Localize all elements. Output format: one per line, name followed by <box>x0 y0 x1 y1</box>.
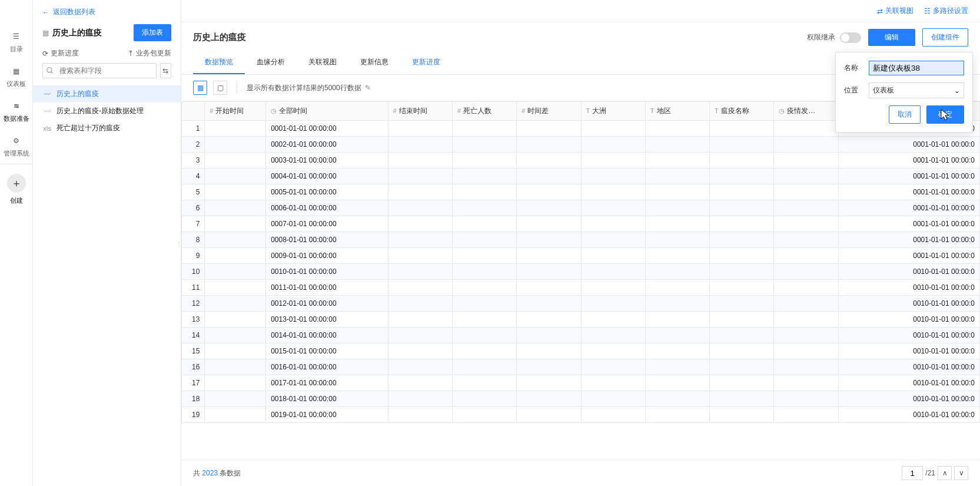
update-progress-link[interactable]: ⟳ 更新进度 <box>42 48 79 58</box>
cell-blank <box>774 296 838 312</box>
cell-blank <box>710 232 774 248</box>
table-row[interactable]: 30003-01-01 00:00:000001-01-01 00:00:0 <box>182 153 980 168</box>
cell-blank <box>581 200 645 216</box>
tab-0[interactable]: 数据预览 <box>193 51 245 74</box>
table-row[interactable]: 20002-01-01 00:00:000001-01-01 00:00:0 <box>182 137 980 153</box>
table-row[interactable]: 110011-01-01 00:00:000010-01-01 00:00:0 <box>182 280 980 296</box>
page-next-button[interactable]: ∨ <box>954 466 968 480</box>
th-col-4[interactable]: #时间差 <box>517 102 581 121</box>
left-rail: ☰目录▦仪表板≋数据准备⚙管理系统 ＋ 创建 <box>0 0 33 486</box>
cell-blank <box>452 280 516 296</box>
cell-blank <box>710 296 774 312</box>
tree-item-2[interactable]: xls死亡超过十万的瘟疫 <box>33 120 181 137</box>
table-row[interactable]: 90009-01-01 00:00:000001-01-01 00:00:0 <box>182 248 980 264</box>
cell-blank <box>774 248 838 264</box>
cell-starttime <box>205 137 266 153</box>
tree-item-label: 历史上的瘟疫 <box>57 89 99 99</box>
th-col-5[interactable]: T大洲 <box>581 102 645 121</box>
th-col-3[interactable]: #死亡人数 <box>452 102 516 121</box>
tree-item-label: 死亡超过十万的瘟疫 <box>57 123 120 133</box>
multi-path-link[interactable]: ☷ 多路径设置 <box>924 6 968 16</box>
back-link[interactable]: ← 返回数据列表 <box>42 7 95 17</box>
edit-button[interactable]: 编辑 <box>868 29 915 46</box>
col-type-icon: # <box>210 107 213 114</box>
cell-blank <box>710 168 774 184</box>
sidebar-resize-handle[interactable]: ⋮ <box>176 240 182 246</box>
cell-alltime: 0006-01-01 00:00:00 <box>266 200 388 216</box>
cell-blank <box>645 184 709 200</box>
package-update-link[interactable]: ⤒ 业务包更新 <box>128 48 171 58</box>
data-table-wrap[interactable]: #开始时间◷全部时间#结束时间#死亡人数#时间差T大洲T地区T瘟疫名称◷疫情发…… <box>181 101 980 459</box>
th-col-7[interactable]: T瘟疫名称 <box>710 102 774 121</box>
table-row[interactable]: 120012-01-01 00:00:000010-01-01 00:00:0 <box>182 296 980 312</box>
page-prev-button[interactable]: ∧ <box>938 466 952 480</box>
search-input[interactable] <box>42 63 157 78</box>
cell-alltime: 0011-01-01 00:00:00 <box>266 280 388 296</box>
tab-1[interactable]: 血缘分析 <box>245 51 297 74</box>
popover-cancel-button[interactable]: 取消 <box>889 105 921 124</box>
cell-alltime: 0014-01-01 00:00:00 <box>266 328 388 343</box>
edit-rowcount-icon[interactable]: ✎ <box>365 84 371 92</box>
cell-blank <box>774 232 838 248</box>
th-label: 死亡人数 <box>463 107 491 115</box>
permission-inherit-toggle[interactable] <box>840 32 861 43</box>
create-widget-button[interactable]: 创建组件 <box>922 28 968 47</box>
rail-item-0[interactable]: ☰目录 <box>0 25 33 59</box>
table-row[interactable]: 70007-01-01 00:00:000001-01-01 00:00:0 <box>182 216 980 232</box>
add-table-button[interactable]: 添加表 <box>134 24 171 41</box>
th-col-1[interactable]: ◷全部时间 <box>266 102 388 121</box>
cell-rownum: 6 <box>182 200 205 216</box>
th-col-2[interactable]: #结束时间 <box>388 102 452 121</box>
cell-blank <box>452 232 516 248</box>
cell-blank <box>388 216 452 232</box>
association-view-link[interactable]: ⇄ 关联视图 <box>877 6 913 16</box>
cell-alltime: 0018-01-01 00:00:00 <box>266 391 388 407</box>
rail-item-2[interactable]: ≋数据准备 <box>0 94 33 129</box>
table-row[interactable]: 140014-01-01 00:00:000010-01-01 00:00:0 <box>182 328 980 343</box>
card-view-icon[interactable]: ▢ <box>213 81 227 95</box>
cell-blank <box>388 248 452 264</box>
col-type-icon: # <box>457 107 461 114</box>
cell-blank <box>388 343 452 359</box>
table-row[interactable]: 40004-01-01 00:00:000001-01-01 00:00:0 <box>182 168 980 184</box>
popover-name-input[interactable] <box>869 61 964 75</box>
table-row[interactable]: 130013-01-01 00:00:000010-01-01 00:00:0 <box>182 312 980 328</box>
tree-item-1[interactable]: 〰历史上的瘟疫-原始数据处理 <box>33 103 181 120</box>
table-row[interactable]: 100010-01-01 00:00:000010-01-01 00:00:0 <box>182 264 980 280</box>
cell-blank <box>710 343 774 359</box>
page-input[interactable] <box>902 466 923 480</box>
cell-blank <box>645 232 709 248</box>
table-view-icon[interactable]: ▦ <box>193 81 207 95</box>
tree-item-0[interactable]: 〰历史上的瘟疫 <box>33 85 181 103</box>
th-col-6[interactable]: T地区 <box>645 102 709 121</box>
table-row[interactable]: 190019-01-01 00:00:000010-01-01 00:00:0 <box>182 407 980 423</box>
cell-occur: 0010-01-01 00:00:0 <box>838 343 979 359</box>
table-row[interactable]: 160016-01-01 00:00:000010-01-01 00:00:0 <box>182 359 980 375</box>
table-row[interactable]: 150015-01-01 00:00:000010-01-01 00:00:0 <box>182 343 980 359</box>
table-body: 10001-01-01 00:00:000001-01-01 00:00:020… <box>182 121 980 423</box>
table-row[interactable]: 50005-01-01 00:00:000001-01-01 00:00:0 <box>182 184 980 200</box>
th-col-0[interactable]: #开始时间 <box>205 102 266 121</box>
cell-rownum: 13 <box>182 312 205 328</box>
col-type-icon: ◷ <box>779 107 785 114</box>
cell-rownum: 18 <box>182 391 205 407</box>
tab-4[interactable]: 更新进度 <box>400 51 452 74</box>
popover-location-select[interactable]: 仪表板 ⌄ <box>869 82 964 98</box>
create-button[interactable]: ＋ <box>7 174 26 193</box>
popover-confirm-button[interactable]: 确定 <box>926 105 964 124</box>
cell-blank <box>581 407 645 423</box>
table-row[interactable]: 80008-01-01 00:00:000001-01-01 00:00:0 <box>182 232 980 248</box>
filter-icon[interactable]: ⇆ <box>160 63 171 78</box>
tab-2[interactable]: 关联视图 <box>297 51 348 74</box>
table-row[interactable]: 60006-01-01 00:00:000001-01-01 00:00:0 <box>182 200 980 216</box>
tab-3[interactable]: 更新信息 <box>348 51 400 74</box>
rail-item-3[interactable]: ⚙管理系统 <box>0 129 33 164</box>
cell-occur: 0010-01-01 00:00:0 <box>838 407 979 423</box>
table-tree: 〰历史上的瘟疫〰历史上的瘟疫-原始数据处理xls死亡超过十万的瘟疫 <box>33 83 181 139</box>
cell-blank <box>774 216 838 232</box>
table-row[interactable]: 180018-01-01 00:00:000010-01-01 00:00:0 <box>182 391 980 407</box>
rail-item-1[interactable]: ▦仪表板 <box>0 59 33 94</box>
th-col-8[interactable]: ◷疫情发… <box>774 102 838 121</box>
cell-blank <box>517 232 581 248</box>
table-row[interactable]: 170017-01-01 00:00:000010-01-01 00:00:0 <box>182 375 980 391</box>
